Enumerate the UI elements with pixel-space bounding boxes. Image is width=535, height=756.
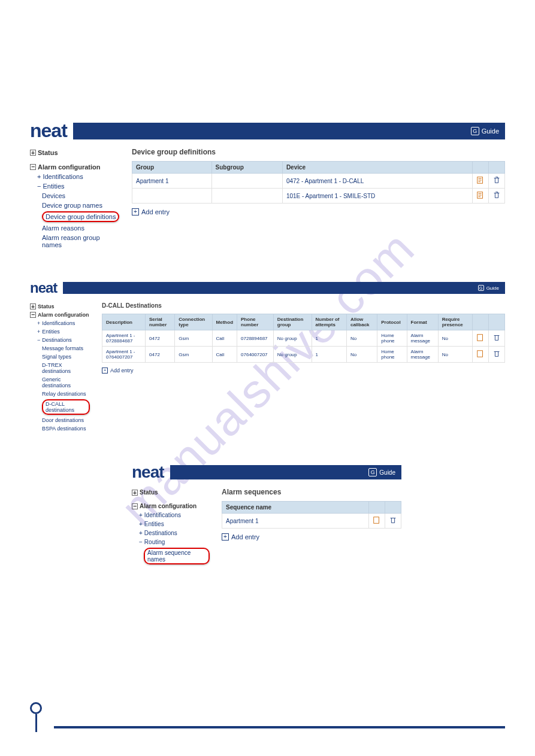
- cell-method[interactable]: Call: [212, 330, 237, 347]
- cell-protocol[interactable]: Home phone: [377, 330, 407, 347]
- trash-icon[interactable]: [389, 516, 397, 524]
- svg-rect-4: [374, 517, 379, 524]
- edit-icon[interactable]: [373, 516, 381, 524]
- col-delete: [489, 162, 505, 174]
- guide-button[interactable]: G Guide: [478, 285, 499, 291]
- plus-icon: +: [132, 208, 139, 215]
- cell-conn-type[interactable]: Gsm: [175, 347, 212, 363]
- nav-generic-destinations[interactable]: Generic destinations: [30, 375, 90, 390]
- nav-device-group-definitions[interactable]: Device group definitions: [30, 210, 120, 223]
- cell-sequence-name[interactable]: Apartment 1: [222, 514, 369, 529]
- nav-status[interactable]: +Status: [30, 148, 120, 157]
- nav-alarm-reasons[interactable]: Alarm reasons: [30, 223, 120, 233]
- nav-devices[interactable]: Devices: [30, 191, 120, 201]
- col-group: Group: [132, 162, 212, 174]
- guide-button[interactable]: G Guide: [471, 127, 499, 135]
- nav-destinations[interactable]: + Destinations: [132, 529, 210, 538]
- col-attempts: Number of attempts: [312, 314, 346, 330]
- add-entry-button[interactable]: + Add entry: [132, 208, 505, 215]
- cell-description[interactable]: Apartment 1 - 0764007207: [102, 347, 146, 363]
- device-group-table: Group Subgroup Device Apartment 1 0472 -…: [132, 161, 505, 204]
- cell-device[interactable]: 101E - Apartment 1 - SMILE-STD: [282, 189, 472, 204]
- add-entry-button[interactable]: + Add entry: [222, 533, 401, 541]
- nav-message-formats[interactable]: Message formats: [30, 344, 90, 353]
- cell-method[interactable]: Call: [212, 347, 237, 363]
- trash-icon[interactable]: [492, 176, 501, 184]
- main-content: D-CALL Destinations Description Serial n…: [102, 302, 505, 433]
- cell-attempts[interactable]: 1: [312, 347, 346, 363]
- guide-icon: G: [478, 285, 484, 291]
- cell-device[interactable]: 0472 - Apartment 1 - D-CALL: [282, 174, 472, 189]
- add-entry-label: Add entry: [231, 533, 259, 541]
- col-delete: [385, 502, 401, 514]
- nav-bspa-destinations[interactable]: BSPA destinations: [30, 424, 90, 433]
- nav-status[interactable]: +Status: [30, 302, 90, 311]
- nav-identifications[interactable]: + Identifications: [132, 511, 210, 520]
- nav-signal-types[interactable]: Signal types: [30, 353, 90, 361]
- add-entry-button[interactable]: + Add entry: [102, 368, 505, 374]
- edit-icon[interactable]: [476, 350, 485, 358]
- table-row: Apartment 1 - 0764007207 0472 Gsm Call 0…: [102, 347, 505, 363]
- edit-icon[interactable]: [476, 191, 485, 199]
- col-protocol: Protocol: [377, 314, 407, 330]
- nav-alarm-configuration[interactable]: −Alarm configuration: [132, 502, 210, 511]
- col-edit: [369, 502, 385, 514]
- edit-icon[interactable]: [476, 333, 485, 342]
- nav-entities[interactable]: − Entities: [30, 181, 120, 191]
- cell-format[interactable]: Alarm message: [407, 330, 438, 347]
- nav-alarm-sequence-names[interactable]: Alarm sequence names: [132, 546, 210, 566]
- nav-alarm-configuration[interactable]: −Alarm configuration: [30, 162, 120, 172]
- col-subgroup: Subgroup: [211, 162, 282, 174]
- col-method: Method: [212, 314, 237, 330]
- nav-identifications[interactable]: + Identifications: [30, 172, 120, 181]
- cell-conn-type[interactable]: Gsm: [175, 330, 212, 347]
- nav-routing[interactable]: − Routing: [132, 538, 210, 546]
- nav-dcall-destinations[interactable]: D-CALL destinations: [30, 398, 90, 416]
- highlight-annotation: Device group definitions: [42, 211, 119, 222]
- header: neat G Guide: [30, 280, 505, 296]
- col-sequence-name: Sequence name: [222, 502, 369, 514]
- nav-destinations[interactable]: − Destinations: [30, 336, 90, 344]
- cell-protocol[interactable]: Home phone: [377, 347, 407, 363]
- col-delete: [489, 314, 505, 330]
- nav-entities[interactable]: + Entities: [132, 520, 210, 529]
- cell-phone[interactable]: 0728894687: [237, 330, 274, 347]
- nav-identifications[interactable]: + Identifications: [30, 319, 90, 327]
- cell-allow-cb[interactable]: No: [346, 347, 377, 363]
- svg-rect-2: [477, 335, 483, 341]
- header-bar: G Guide: [170, 465, 401, 479]
- svg-rect-3: [477, 351, 483, 357]
- nav-relay-destinations[interactable]: Relay destinations: [30, 390, 90, 398]
- sidebar: +Status −Alarm configuration + Identific…: [30, 148, 120, 250]
- trash-icon[interactable]: [492, 333, 501, 342]
- header: neat G Guide: [132, 463, 401, 482]
- cell-description[interactable]: Apartment 1 - 0728884687: [102, 330, 146, 347]
- guide-button[interactable]: G Guide: [368, 468, 395, 476]
- cell-phone[interactable]: 0764007207: [237, 347, 274, 363]
- trash-icon[interactable]: [492, 350, 501, 358]
- cell-dest-group[interactable]: No group: [273, 330, 312, 347]
- nav-status[interactable]: +Status: [132, 488, 210, 497]
- cell-allow-cb[interactable]: No: [346, 330, 377, 347]
- nav-alarm-reason-groups[interactable]: Alarm reason group names: [30, 233, 120, 250]
- nav-door-destinations[interactable]: Door destinations: [30, 416, 90, 424]
- cell-dest-group[interactable]: No group: [273, 347, 312, 363]
- cell-serial[interactable]: 0472: [146, 330, 175, 347]
- nav-dtrex-destinations[interactable]: D-TREX destinations: [30, 361, 90, 375]
- cell-require[interactable]: No: [438, 330, 472, 347]
- nav-device-group-names[interactable]: Device group names: [30, 201, 120, 210]
- nav-entities[interactable]: + Entities: [30, 327, 90, 336]
- cell-format[interactable]: Alarm message: [407, 347, 438, 363]
- cell-group[interactable]: Apartment 1: [132, 174, 212, 189]
- nav-alarm-configuration[interactable]: −Alarm configuration: [30, 311, 90, 319]
- header: neat G Guide: [30, 120, 505, 142]
- cell-serial[interactable]: 0472: [146, 347, 175, 363]
- trash-icon[interactable]: [492, 191, 501, 199]
- col-conn-type: Connection type: [175, 314, 212, 330]
- cell-attempts[interactable]: 1: [312, 330, 346, 347]
- main-content: Alarm sequences Sequence name Apartment …: [222, 488, 401, 566]
- col-allow-cb: Allow callback: [346, 314, 377, 330]
- dcall-destinations-table: Description Serial number Connection typ…: [102, 314, 505, 363]
- cell-require[interactable]: No: [438, 347, 472, 363]
- edit-icon[interactable]: [476, 176, 485, 184]
